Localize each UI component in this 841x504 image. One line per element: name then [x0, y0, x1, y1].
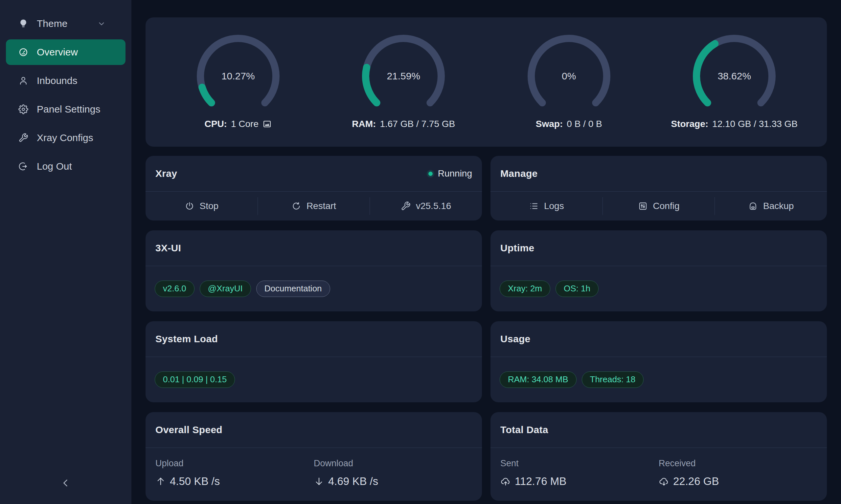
status-text: Running	[438, 168, 472, 179]
list-icon	[529, 201, 539, 211]
gauge-ram-percent: 21.59%	[359, 71, 448, 82]
gauge-cpu-percent: 10.27%	[194, 71, 282, 82]
action-label: Restart	[307, 201, 336, 211]
stat-upload: Upload4.50 KB /s	[155, 448, 314, 488]
status-dot	[428, 172, 433, 176]
gauge-swap-label: Swap:0 B / 0 B	[536, 119, 602, 129]
sidebar: ThemeOverviewInboundsPanel SettingsXray …	[0, 0, 132, 504]
sidebar-collapse-button[interactable]	[56, 473, 75, 493]
stat-value-text: 4.50 KB /s	[170, 475, 220, 488]
xray-status: Running	[428, 168, 472, 179]
wrench-icon	[18, 133, 28, 143]
sidebar-item-theme[interactable]: Theme	[6, 11, 125, 36]
stat-value: 112.76 MB	[500, 475, 659, 488]
stat-received: Received22.26 GB	[659, 448, 817, 488]
cloud-up-icon	[500, 476, 511, 487]
tag-documentation[interactable]: Documentation	[256, 281, 330, 296]
gauge-cpu-label: CPU:1 Core	[205, 119, 272, 129]
action-label: Config	[653, 201, 680, 211]
card-total-data: Total DataSent112.76 MBReceived22.26 GB	[491, 412, 827, 501]
card-system-load-title: System Load	[155, 334, 218, 344]
sliders-icon	[638, 201, 648, 211]
manage-action-logs[interactable]: Logs	[491, 192, 602, 220]
action-label: Stop	[200, 201, 219, 211]
sidebar-item-label: Inbounds	[37, 75, 77, 86]
card-usage-title: Usage	[500, 334, 531, 344]
sidebar-item-label: Theme	[37, 18, 67, 29]
card-manage: ManageLogsConfigBackup	[491, 156, 827, 220]
stat-value: 4.50 KB /s	[155, 475, 314, 488]
sidebar-item-label: Xray Configs	[37, 132, 93, 143]
sidebar-item-overview[interactable]: Overview	[6, 39, 125, 65]
action-label: Backup	[763, 201, 794, 211]
cloud-down-icon	[659, 476, 669, 487]
gauge-swap-arc: 0%	[525, 35, 613, 117]
chevron-down-icon	[97, 19, 106, 28]
gear-icon	[18, 104, 28, 114]
logout-icon	[18, 161, 28, 171]
gauge-swap-percent: 0%	[525, 71, 613, 82]
tag-threads-18: Threads: 18	[582, 372, 644, 388]
sidebar-item-xray-configs[interactable]: Xray Configs	[6, 125, 125, 150]
sidebar-item-label: Log Out	[37, 161, 72, 172]
card-overall-speed-title: Overall Speed	[155, 424, 222, 435]
stat-label: Received	[659, 458, 817, 469]
tag-v2-6-0[interactable]: v2.6.0	[155, 281, 194, 296]
power-icon	[185, 201, 194, 211]
stat-download: Download4.69 KB /s	[314, 448, 472, 488]
gauge-storage-arc: 38.62%	[690, 35, 778, 117]
action-label: v25.5.16	[416, 201, 451, 211]
card-system-load: System Load0.01 | 0.09 | 0.15	[145, 321, 482, 402]
stat-sent: Sent112.76 MB	[500, 448, 659, 488]
lightbulb-icon	[18, 19, 28, 29]
stat-label: Download	[314, 458, 472, 469]
stat-label: Sent	[500, 458, 659, 469]
wrench-icon	[401, 201, 411, 211]
card-manage-title: Manage	[500, 168, 538, 179]
user-icon	[18, 76, 28, 86]
gauge-icon	[18, 47, 28, 57]
tag-xray-2m: Xray: 2m	[500, 281, 550, 296]
tag-0-01-0-09-0-15: 0.01 | 0.09 | 0.15	[155, 372, 235, 388]
gauge-ram: 21.59%RAM:1.67 GB / 7.75 GB	[321, 35, 486, 129]
manage-action-backup[interactable]: Backup	[715, 192, 827, 220]
card-total-data-title: Total Data	[500, 424, 548, 435]
area-chart-icon[interactable]	[262, 120, 272, 129]
gauge-cpu: 10.27%CPU:1 Core	[155, 35, 321, 129]
card-usage: UsageRAM: 34.08 MBThreads: 18	[491, 321, 827, 402]
card-overall-speed: Overall SpeedUpload4.50 KB /sDownload4.6…	[145, 412, 482, 501]
action-label: Logs	[544, 201, 564, 211]
stat-value-text: 22.26 GB	[673, 475, 719, 488]
manage-action-config[interactable]: Config	[603, 192, 715, 220]
stat-value: 22.26 GB	[659, 475, 817, 488]
backup-icon	[748, 201, 758, 211]
arrow-down-icon	[314, 476, 324, 487]
sidebar-item-log-out[interactable]: Log Out	[6, 154, 125, 179]
xray-action-v25-5-16[interactable]: v25.5.16	[370, 192, 482, 220]
gauge-ram-arc: 21.59%	[359, 35, 448, 117]
tag-ram-34-08-mb: RAM: 34.08 MB	[500, 372, 577, 388]
system-gauges-card: 10.27%CPU:1 Core21.59%RAM:1.67 GB / 7.75…	[145, 17, 827, 147]
xray-action-restart[interactable]: Restart	[258, 192, 370, 220]
card-uptime-title: Uptime	[500, 242, 534, 254]
gauge-cpu-arc: 10.27%	[194, 35, 282, 117]
sidebar-item-label: Panel Settings	[37, 104, 100, 115]
card-3x-ui-title: 3X-UI	[155, 242, 181, 254]
card-xray: XrayRunningStopRestartv25.5.16	[145, 156, 482, 220]
stat-value: 4.69 KB /s	[314, 475, 472, 488]
arrow-up-icon	[155, 476, 166, 487]
restart-icon	[291, 201, 301, 211]
stat-value-text: 4.69 KB /s	[328, 475, 378, 488]
xray-action-stop[interactable]: Stop	[145, 192, 258, 220]
card-uptime: UptimeXray: 2mOS: 1h	[491, 230, 827, 311]
sidebar-item-panel-settings[interactable]: Panel Settings	[6, 96, 125, 122]
tag-xrayui[interactable]: @XrayUI	[200, 281, 251, 296]
stat-label: Upload	[155, 458, 314, 469]
sidebar-item-inbounds[interactable]: Inbounds	[6, 68, 125, 93]
stat-value-text: 112.76 MB	[515, 475, 566, 488]
main-content: 10.27%CPU:1 Core21.59%RAM:1.67 GB / 7.75…	[132, 0, 841, 504]
card-3x-ui: 3X-UIv2.6.0@XrayUIDocumentation	[145, 230, 482, 311]
card-xray-title: Xray	[155, 168, 177, 179]
gauge-ram-label: RAM:1.67 GB / 7.75 GB	[352, 119, 455, 129]
gauge-storage-label: Storage:12.10 GB / 31.33 GB	[671, 119, 797, 129]
